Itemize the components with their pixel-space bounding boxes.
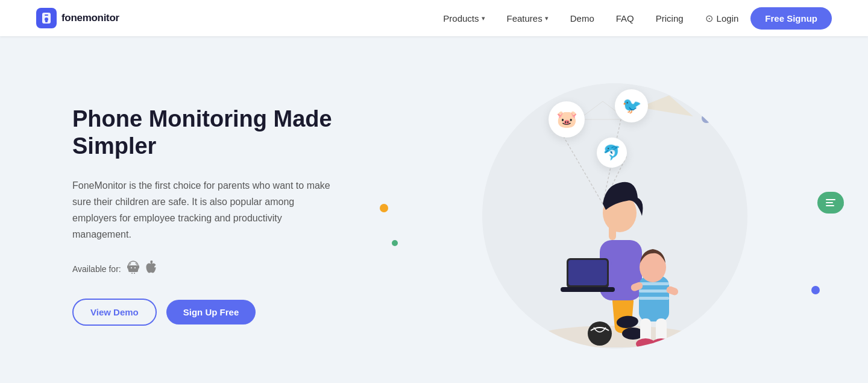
view-demo-button[interactable]: View Demo	[72, 299, 157, 326]
svg-rect-8	[134, 273, 135, 274]
nav-link-faq[interactable]: FAQ	[616, 13, 634, 24]
svg-rect-1	[45, 14, 48, 16]
nav-item-pricing[interactable]: Pricing	[656, 13, 684, 24]
svg-point-19	[588, 321, 612, 346]
svg-rect-34	[639, 297, 669, 300]
svg-rect-27	[568, 260, 607, 285]
nav-item-products[interactable]: Products ▾	[443, 13, 485, 24]
hero-title: Phone Monitoring Made Simpler	[72, 106, 374, 160]
nav-link-pricing[interactable]: Pricing	[656, 13, 684, 24]
logo-link[interactable]: fonemonitor	[36, 8, 119, 28]
svg-point-10	[134, 267, 136, 268]
android-icon	[127, 261, 139, 277]
hero-content: Phone Monitoring Made Simpler FoneMonito…	[72, 106, 374, 326]
navbar: fonemonitor Products ▾ Features ▾ Demo F…	[0, 0, 868, 36]
svg-rect-7	[131, 273, 133, 274]
illustration-background: 🐷 🐦 🐬	[482, 83, 747, 349]
chat-line	[826, 205, 834, 206]
nav-item-faq[interactable]: FAQ	[616, 13, 634, 24]
svg-point-9	[131, 267, 132, 268]
decorative-dot-green	[392, 240, 398, 246]
nav-link-products[interactable]: Products ▾	[443, 13, 485, 24]
cta-buttons: View Demo Sign Up Free	[72, 299, 374, 326]
nav-item-features[interactable]: Features ▾	[507, 13, 549, 24]
chevron-down-icon: ▾	[482, 14, 485, 22]
svg-rect-4	[127, 265, 128, 268]
decorative-dot-blue	[811, 286, 820, 294]
login-link[interactable]: ⊙ Login	[705, 13, 739, 24]
svg-rect-5	[138, 265, 139, 268]
nav-link-demo[interactable]: Demo	[570, 13, 594, 24]
svg-rect-32	[639, 282, 669, 285]
svg-rect-3	[45, 21, 48, 22]
decorative-dot-orange	[380, 204, 388, 212]
hero-section: Phone Monitoring Made Simpler FoneMonito…	[0, 36, 868, 383]
nav-link-features[interactable]: Features ▾	[507, 13, 549, 24]
chat-line	[826, 199, 835, 200]
sign-up-free-button[interactable]: Sign Up Free	[166, 300, 256, 324]
hero-illustration: 🐷 🐦 🐬	[398, 83, 832, 349]
chat-line	[826, 202, 833, 203]
svg-rect-6	[128, 265, 138, 272]
svg-rect-33	[639, 290, 669, 293]
character-illustration	[506, 113, 723, 349]
chat-bubble	[817, 192, 844, 214]
brand-name: fonemonitor	[61, 12, 119, 24]
nav-item-demo[interactable]: Demo	[570, 13, 594, 24]
chat-lines-icon	[826, 199, 835, 206]
logo-icon	[36, 8, 57, 28]
nav-links: Products ▾ Features ▾ Demo FAQ Pricing	[443, 13, 683, 24]
svg-rect-28	[561, 287, 615, 292]
hero-description: FoneMonitor is the first choice for pare…	[72, 177, 338, 243]
lock-icon: ⊙	[705, 13, 713, 24]
apple-icon	[145, 261, 156, 277]
available-for: Available for:	[72, 261, 374, 277]
chevron-down-icon: ▾	[545, 14, 549, 22]
free-signup-button[interactable]: Free Signup	[750, 7, 832, 30]
